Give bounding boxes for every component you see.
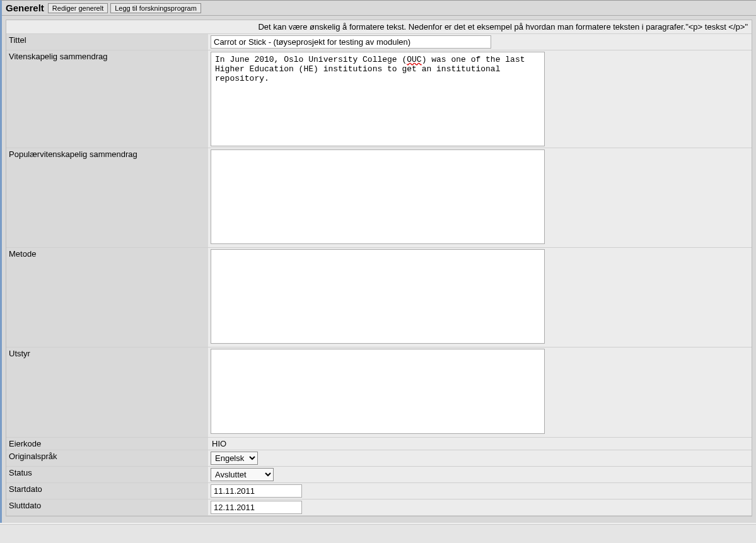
- sprak-label: Originalspråk: [6, 450, 208, 467]
- vitenskapelig-textarea[interactable]: In June 2010, Oslo University College (O…: [211, 52, 545, 146]
- startdato-input[interactable]: [211, 484, 302, 498]
- sluttdato-input[interactable]: [211, 501, 302, 514]
- format-hint: Det kan være ønskelig å formatere tekst.…: [208, 20, 752, 34]
- tittel-input[interactable]: [211, 35, 491, 49]
- sluttdato-label: Sluttdato: [6, 499, 208, 516]
- eierkode-label: Eierkode: [6, 438, 208, 450]
- add-research-program-button[interactable]: Legg til forskningsprogram: [110, 3, 201, 13]
- popular-textarea[interactable]: [211, 149, 545, 244]
- form-content: Det kan være ønskelig å formatere tekst.…: [6, 20, 752, 517]
- status-label: Status: [6, 467, 208, 483]
- eierkode-value: HIO: [211, 438, 228, 449]
- metode-textarea[interactable]: [211, 249, 545, 344]
- edit-general-button[interactable]: Rediger generelt: [48, 3, 108, 13]
- spellcheck-word: OUC: [407, 55, 421, 64]
- vitenskapelig-label: Vitenskapelig sammendrag: [6, 50, 208, 148]
- utstyr-label: Utstyr: [6, 347, 208, 438]
- status-select[interactable]: Avsluttet: [211, 468, 274, 481]
- utstyr-textarea[interactable]: [211, 349, 545, 434]
- footer-bar: [0, 524, 756, 543]
- popular-label: Populærvitenskapelig sammendrag: [6, 148, 208, 248]
- section-header: Generelt Rediger generelt Legg til forsk…: [2, 1, 756, 16]
- form-container: Generelt Rediger generelt Legg til forsk…: [0, 0, 756, 523]
- metode-label: Metode: [6, 248, 208, 347]
- startdato-label: Startdato: [6, 483, 208, 499]
- tittel-label: Tittel: [6, 34, 208, 50]
- section-title: Generelt: [6, 3, 44, 13]
- form-table: Det kan være ønskelig å formatere tekst.…: [6, 20, 752, 516]
- sprak-select[interactable]: Engelsk: [211, 452, 258, 465]
